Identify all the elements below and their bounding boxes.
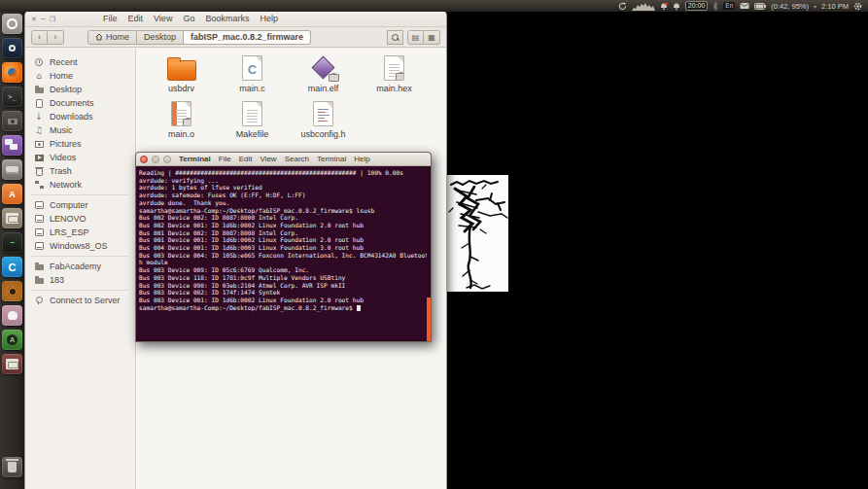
sidebar-item-videos[interactable]: Videos [25,151,135,164]
sidebar-item-documents[interactable]: Documents [25,96,135,110]
notification-bell-icon[interactable] [660,2,668,11]
breadcrumb-desktop[interactable]: Desktop [137,30,184,45]
forward-button[interactable]: › [48,30,64,45]
close-icon[interactable]: ✕ [31,15,37,23]
c-app-icon[interactable]: C [2,257,22,277]
sidebar-item-desktop[interactable]: Desktop [25,83,135,96]
menu-edit[interactable]: Edit [128,14,144,23]
breadcrumb-home[interactable]: Home [87,30,137,45]
file-cabinet-icon[interactable] [2,208,22,228]
sidebar-item-windows8-os[interactable]: Windows8_OS [25,239,135,253]
list-view-button[interactable]: ▤ [407,30,424,45]
sidebar-item-pictures[interactable]: Pictures [25,137,135,151]
sidebar-item-computer[interactable]: Computer [25,198,135,212]
file-main-elf[interactable]: main.elf [288,54,359,100]
view-toggle: ▤ ▦ [407,30,440,45]
terminal-line: avrdude: verifying ... [139,177,429,185]
keyboard-layout-indicator[interactable]: En [723,2,735,10]
minimize-icon[interactable]: ─ [41,15,46,23]
close-icon[interactable] [140,156,148,163]
terminal-menubar: Terminal File Edit View Search Terminal … [179,155,370,163]
maroon-cabinet-icon[interactable] [2,354,22,374]
file-manager-titlebar[interactable]: ✕ ─ ❐ File Edit View Go Bookmarks Help [25,11,446,27]
sidebar-item-fabacademy[interactable]: FabAcademy [25,260,135,273]
terminal-output[interactable]: Reading | ##############################… [136,166,431,341]
steam-icon[interactable] [2,38,22,58]
sidebar-label: LENOVO [50,214,87,224]
disk-utility-icon[interactable] [2,159,22,180]
scrollbar-thumb[interactable] [427,297,431,341]
sidebar-item-recent[interactable]: Recent [25,55,135,69]
system-monitor-icon[interactable]: ~ [2,232,22,253]
sidebar-item-183[interactable]: 183 [25,273,135,287]
file-label: main.hex [376,84,412,93]
terminal-cursor[interactable] [357,305,361,311]
steam-logo-icon [9,45,16,52]
maximize-icon[interactable] [163,156,171,163]
term-menu-search[interactable]: Search [285,155,309,163]
search-button[interactable] [387,30,403,45]
file-main-c[interactable]: C main.c [217,54,288,100]
sidebar-item-home[interactable]: ⌂Home [25,69,135,83]
firefox-icon[interactable] [2,62,22,83]
pink-app-icon[interactable] [2,305,22,326]
sidebar-item-trash[interactable]: Trash [25,164,135,178]
file-grid: usbdrv C main.c main.elf main.hex [146,54,446,146]
purple-app-icon[interactable] [2,135,22,156]
desktop: 20:00 En (0:42, 95%) ▾ 2:10 PM >_ A ~ C … [0,0,868,489]
sidebar-item-lrs-esp[interactable]: LRS_ESP [25,226,135,239]
file-makefile[interactable]: Makefile [217,100,288,146]
battery-status-text[interactable]: (0:42, 95%) [771,2,809,11]
menu-view[interactable]: View [154,14,172,23]
sidebar-label: Home [50,71,73,81]
terminal-scrollbar[interactable] [427,166,431,341]
term-menu-file[interactable]: File [219,155,231,163]
system-load-graph[interactable] [632,2,655,11]
gear-icon[interactable] [853,2,862,11]
sidebar-item-network[interactable]: Network [25,178,135,192]
team-fortress-2-icon[interactable] [2,281,22,301]
term-menu-edit[interactable]: Edit [239,155,253,163]
menu-file[interactable]: File [103,14,118,23]
alarm-bell-icon[interactable] [673,2,680,11]
grid-view-button[interactable]: ▦ [424,30,440,45]
screenshot-tool-icon[interactable] [2,111,22,131]
mail-icon[interactable] [740,2,749,10]
bluetooth-icon[interactable] [712,2,718,11]
sync-icon[interactable] [618,2,627,11]
trash-launcher-icon[interactable] [2,457,22,477]
terminal-line: Bus 003 Device 090: ID 03eb:2104 Atmel C… [139,282,429,290]
file-usbdrv[interactable]: usbdrv [146,54,217,100]
sidebar-item-lenovo[interactable]: LENOVO [25,212,135,226]
battery-icon[interactable] [754,3,766,10]
term-menu-terminal[interactable]: Terminal [317,155,346,163]
camera-icon [8,119,17,124]
clock-text[interactable]: 2:10 PM [821,2,849,11]
menu-help[interactable]: Help [260,14,278,23]
desktop-image-scratch-logo[interactable] [447,175,508,292]
menu-bookmarks[interactable]: Bookmarks [205,14,249,23]
breadcrumb-current[interactable]: fabISP_mac.0.8.2_firmware [184,30,311,45]
back-button[interactable]: ‹ [31,30,48,45]
maximize-icon[interactable]: ❐ [50,15,55,23]
sidebar-label: Recent [50,57,78,67]
ubuntu-software-center-icon[interactable]: A [2,184,22,204]
file-main-o[interactable]: main.o [146,100,217,146]
terminal-titlebar[interactable]: Terminal File Edit View Search Terminal … [136,153,431,166]
sidebar-item-music[interactable]: ♫Music [25,123,135,137]
term-menu-view[interactable]: View [260,155,276,163]
minimize-icon[interactable] [152,156,159,163]
file-main-hex[interactable]: main.hex [359,54,430,100]
terminal-line: Bus 003 Device 004: ID 105b:e065 Foxconn… [139,252,429,260]
green-a-app-icon[interactable]: A [2,330,22,350]
file-usbconfig-h[interactable]: usbconfig.h [288,100,359,146]
timer-indicator[interactable]: 20:00 [685,1,709,11]
sidebar-item-connect-to-server[interactable]: Connect to Server [25,294,135,307]
ubuntu-dash-icon[interactable] [2,14,22,34]
sidebar-item-downloads[interactable]: ↓Downloads [25,110,135,123]
menu-go[interactable]: Go [183,14,194,23]
terminal-launcher-icon[interactable]: >_ [2,87,22,107]
file-label: usbdrv [168,84,194,93]
sidebar-label: 183 [50,275,64,285]
term-menu-help[interactable]: Help [354,155,369,163]
